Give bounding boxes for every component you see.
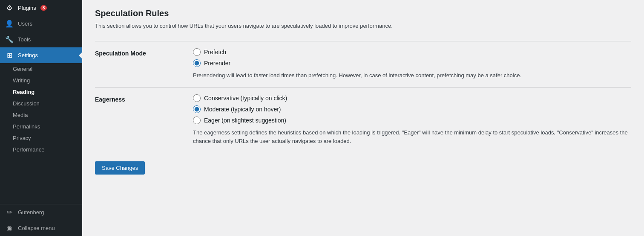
users-icon: 👤 xyxy=(5,20,14,28)
eagerness-row: Eagerness Conservative (typically on cli… xyxy=(95,87,631,153)
plugins-icon: ⚙ xyxy=(5,4,14,12)
prerender-label: Prerender xyxy=(204,60,230,67)
prefetch-option[interactable]: Prefetch xyxy=(193,48,631,56)
eagerness-note: The eagerness setting defines the heuris… xyxy=(193,128,631,146)
sidebar-item-writing[interactable]: Writing xyxy=(0,75,82,86)
plugins-badge: 8 xyxy=(40,5,47,11)
prefetch-radio[interactable] xyxy=(193,48,201,56)
section-description: This section allows you to control how U… xyxy=(95,22,631,31)
speculation-mode-label: Speculation Mode xyxy=(95,48,193,57)
collapse-icon: ◉ xyxy=(5,224,14,232)
sidebar-item-general[interactable]: General xyxy=(0,63,82,75)
sidebar-item-settings[interactable]: ⊞ Settings xyxy=(0,47,82,63)
sidebar-item-collapse[interactable]: ◉ Collapse menu xyxy=(0,220,82,236)
eager-label: Eager (on slightest suggestion) xyxy=(204,117,286,124)
prerender-radio[interactable] xyxy=(193,59,201,67)
sidebar-users-label: Users xyxy=(18,20,32,27)
sidebar-settings-label: Settings xyxy=(18,52,38,58)
gutenberg-icon: ✏ xyxy=(5,208,14,216)
sidebar-item-users[interactable]: 👤 Users xyxy=(0,16,82,32)
sidebar-item-reading[interactable]: Reading xyxy=(0,86,82,98)
prefetch-label: Prefetch xyxy=(204,49,226,55)
save-changes-button[interactable]: Save Changes xyxy=(95,161,145,175)
moderate-radio[interactable] xyxy=(193,105,201,113)
main-content: Speculation Rules This section allows yo… xyxy=(82,0,644,236)
sidebar-item-media[interactable]: Media xyxy=(0,109,82,121)
sidebar-tools-label: Tools xyxy=(18,36,31,43)
sidebar: ⚙ Plugins 8 👤 Users 🔧 Tools ⊞ Settings G… xyxy=(0,0,82,236)
speculation-mode-note: Prerendering will lead to faster load ti… xyxy=(193,71,631,80)
eagerness-label: Eagerness xyxy=(95,94,193,103)
gutenberg-label: Gutenberg xyxy=(18,209,44,216)
sidebar-plugins-label: Plugins xyxy=(18,5,36,11)
eagerness-control: Conservative (typically on click) Modera… xyxy=(193,94,631,146)
speculation-mode-control: Prefetch Prerender Prerendering will lea… xyxy=(193,48,631,80)
settings-submenu: General Writing Reading Discussion Media… xyxy=(0,63,82,155)
moderate-option[interactable]: Moderate (typically on hover) xyxy=(193,105,631,113)
sidebar-item-plugins[interactable]: ⚙ Plugins 8 xyxy=(0,0,82,16)
eager-option[interactable]: Eager (on slightest suggestion) xyxy=(193,117,631,124)
speculation-mode-row: Speculation Mode Prefetch Prerender Prer… xyxy=(95,41,631,87)
moderate-label: Moderate (typically on hover) xyxy=(204,106,281,113)
eagerness-radio-group: Conservative (typically on click) Modera… xyxy=(193,94,631,124)
speculation-mode-radio-group: Prefetch Prerender xyxy=(193,48,631,67)
prerender-option[interactable]: Prerender xyxy=(193,59,631,67)
sidebar-item-privacy[interactable]: Privacy xyxy=(0,132,82,144)
sidebar-item-gutenberg[interactable]: ✏ Gutenberg xyxy=(0,204,82,220)
eager-radio[interactable] xyxy=(193,117,201,124)
sidebar-bottom: ✏ Gutenberg ◉ Collapse menu xyxy=(0,204,82,236)
section-title: Speculation Rules xyxy=(95,9,631,18)
sidebar-item-tools[interactable]: 🔧 Tools xyxy=(0,32,82,47)
conservative-label: Conservative (typically on click) xyxy=(204,95,287,102)
conservative-radio[interactable] xyxy=(193,94,201,102)
tools-icon: 🔧 xyxy=(5,35,14,44)
sidebar-item-discussion[interactable]: Discussion xyxy=(0,98,82,109)
sidebar-item-performance[interactable]: Performance xyxy=(0,144,82,155)
settings-icon: ⊞ xyxy=(5,51,14,59)
collapse-label: Collapse menu xyxy=(18,225,55,231)
sidebar-item-permalinks[interactable]: Permalinks xyxy=(0,121,82,132)
conservative-option[interactable]: Conservative (typically on click) xyxy=(193,94,631,102)
